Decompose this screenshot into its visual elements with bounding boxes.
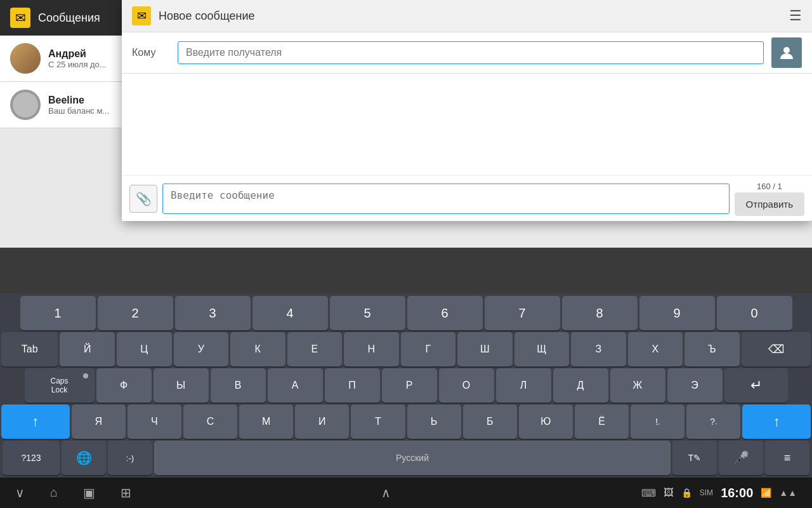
bottom-nav: ∨ ⌂ ▣ ⊞ ∧ ⌨ 🖼 🔒 SIM 16:00 📶 ▲▲ <box>0 478 812 508</box>
key-т[interactable]: Т <box>351 404 405 439</box>
compose-header: ✉ Новое сообщение ☰ <box>122 0 812 32</box>
lock-icon: 🔒 <box>681 488 692 498</box>
compose-body <box>122 74 812 175</box>
wifi-icon: 📶 <box>761 488 771 498</box>
letter-row-2: CapsLock Ф Ы В А П Р О Л Д Ж Э ↵ <box>1 368 811 403</box>
key-б[interactable]: Б <box>463 404 517 439</box>
key-exclaim[interactable]: !, <box>631 404 684 439</box>
key-ё[interactable]: Ё <box>575 404 629 439</box>
key-tab[interactable]: Tab <box>1 332 58 366</box>
clock: 16:00 <box>721 486 753 500</box>
signal-icon: ▲▲ <box>779 488 797 498</box>
compose-overlay: ✉ Новое сообщение ☰ Кому 📎 160 / 1 Отпра… <box>122 0 812 221</box>
key-layout[interactable]: ≡ <box>765 441 809 475</box>
key-в[interactable]: В <box>211 368 266 403</box>
paperclip-icon: 📎 <box>136 191 152 206</box>
key-у[interactable]: У <box>174 332 229 366</box>
virtual-keyboard: 1 2 3 4 5 6 7 8 9 0 Tab Й Ц У К Е Н Г Ш … <box>0 293 812 478</box>
message-input[interactable] <box>162 184 730 214</box>
key-ь[interactable]: Ь <box>407 404 461 439</box>
key-с[interactable]: С <box>183 404 237 439</box>
key-space[interactable]: Русский <box>154 441 671 475</box>
contacts-icon <box>778 44 796 62</box>
key-ч[interactable]: Ч <box>128 404 181 439</box>
key-7[interactable]: 7 <box>485 296 560 330</box>
key-8[interactable]: 8 <box>562 296 638 330</box>
key-л[interactable]: Л <box>496 368 551 403</box>
key-з[interactable]: З <box>571 332 626 366</box>
compose-bottom: 📎 160 / 1 Отправить <box>122 175 812 221</box>
key-а[interactable]: А <box>268 368 323 403</box>
key-е[interactable]: Е <box>287 332 343 366</box>
key-н[interactable]: Н <box>344 332 399 366</box>
key-ы[interactable]: Ы <box>154 368 209 403</box>
key-num-toggle[interactable]: ?123 <box>3 441 60 475</box>
key-1[interactable]: 1 <box>20 296 96 330</box>
recents-button[interactable]: ▣ <box>83 485 95 500</box>
compose-action-icons: ☰ <box>789 8 802 24</box>
key-г[interactable]: Г <box>401 332 456 366</box>
to-input[interactable] <box>178 41 764 64</box>
key-и[interactable]: И <box>295 404 349 439</box>
key-3[interactable]: 3 <box>175 296 251 330</box>
avatar <box>10 43 41 74</box>
key-emoji[interactable]: :-) <box>108 441 152 475</box>
key-д[interactable]: Д <box>553 368 608 403</box>
qr-button[interactable]: ⊞ <box>121 485 131 500</box>
avatar <box>10 90 41 120</box>
key-п[interactable]: П <box>325 368 380 403</box>
letter-row-3: ↑ Я Ч С М И Т Ь Б Ю Ё !, ?. ↑ <box>1 404 811 439</box>
send-button[interactable]: Отправить <box>735 192 804 216</box>
compose-icon: ✉ <box>132 6 151 25</box>
caps-lock-label: CapsLock <box>50 377 68 395</box>
to-row: Кому <box>122 32 812 74</box>
screenshot-icon: 🖼 <box>664 487 674 498</box>
key-enter[interactable]: ↵ <box>724 368 788 403</box>
attach-button[interactable]: 📎 <box>129 185 157 213</box>
key-5[interactable]: 5 <box>330 296 405 330</box>
letter-row-1: Tab Й Ц У К Е Н Г Ш Щ З Х Ъ ⌫ <box>1 332 811 366</box>
svg-point-0 <box>783 47 790 53</box>
key-0[interactable]: 0 <box>717 296 792 330</box>
language-label: Русский <box>396 453 429 463</box>
key-о[interactable]: О <box>439 368 494 403</box>
key-х[interactable]: Х <box>628 332 683 366</box>
key-9[interactable]: 9 <box>639 296 715 330</box>
keyboard-status-icon: ⌨ <box>641 487 656 499</box>
key-я[interactable]: Я <box>72 404 126 439</box>
key-ю[interactable]: Ю <box>519 404 573 439</box>
key-ц[interactable]: Ц <box>117 332 172 366</box>
compose-title: Новое сообщение <box>159 10 782 23</box>
key-shift-right[interactable]: ↑ <box>742 404 811 439</box>
key-6[interactable]: 6 <box>407 296 483 330</box>
key-ъ[interactable]: Ъ <box>684 332 740 366</box>
nav-right: ⌨ 🖼 🔒 SIM 16:00 📶 ▲▲ <box>641 486 797 500</box>
key-ш[interactable]: Ш <box>457 332 513 366</box>
nav-chevron-up[interactable]: ∧ <box>381 485 391 500</box>
key-text-format[interactable]: T✎ <box>672 441 717 475</box>
key-backspace[interactable]: ⌫ <box>742 332 811 366</box>
contacts-button[interactable] <box>771 37 802 68</box>
key-э[interactable]: Э <box>667 368 723 403</box>
key-mic[interactable]: 🎤 <box>719 441 763 475</box>
home-button[interactable]: ⌂ <box>50 485 58 500</box>
key-к[interactable]: К <box>230 332 285 366</box>
bottom-row: ?123 🌐 :-) Русский T✎ 🎤 ≡ <box>1 441 811 475</box>
key-ж[interactable]: Ж <box>610 368 665 403</box>
key-globe[interactable]: 🌐 <box>62 441 106 475</box>
key-м[interactable]: М <box>239 404 293 439</box>
key-caps-lock[interactable]: CapsLock <box>25 368 95 403</box>
number-row: 1 2 3 4 5 6 7 8 9 0 <box>1 296 811 330</box>
key-shift-left[interactable]: ↑ <box>1 404 70 439</box>
key-2[interactable]: 2 <box>98 296 173 330</box>
key-щ[interactable]: Щ <box>514 332 570 366</box>
compose-menu-icon[interactable]: ☰ <box>789 8 802 24</box>
key-period[interactable]: ?. <box>686 404 740 439</box>
back-button[interactable]: ∨ <box>15 485 25 500</box>
app-logo-icon: ✉ <box>10 8 30 28</box>
char-counter: 160 / 1 <box>757 181 782 192</box>
key-р[interactable]: Р <box>382 368 437 403</box>
key-4[interactable]: 4 <box>252 296 328 330</box>
key-й[interactable]: Й <box>60 332 115 366</box>
key-ф[interactable]: Ф <box>96 368 152 403</box>
